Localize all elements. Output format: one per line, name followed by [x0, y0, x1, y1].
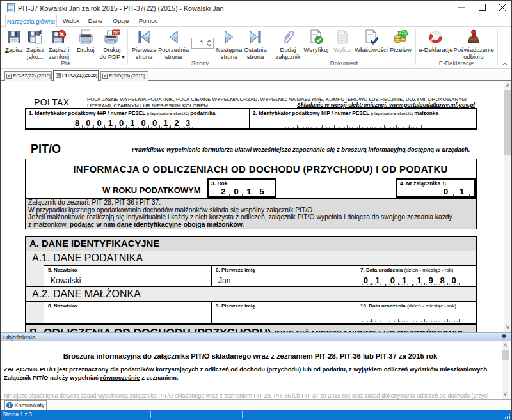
- svg-text:PDF: PDF: [113, 31, 119, 35]
